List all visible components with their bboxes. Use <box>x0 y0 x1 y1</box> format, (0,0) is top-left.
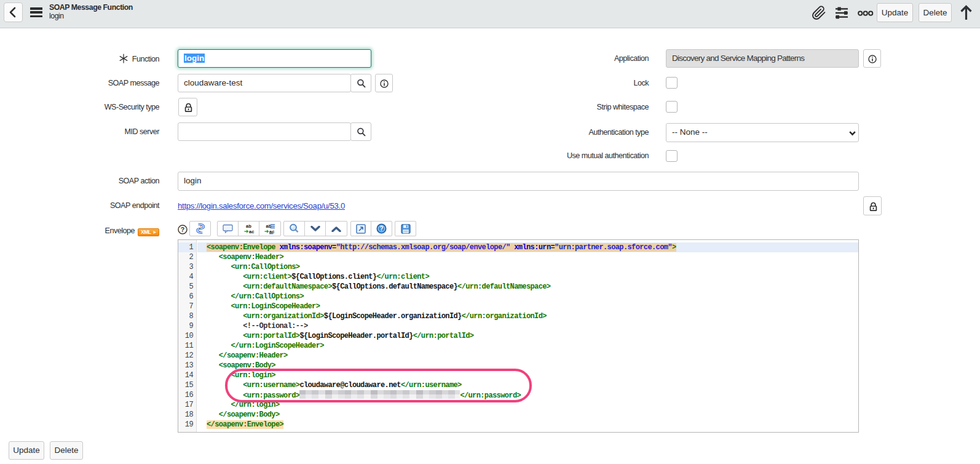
svg-text:?: ? <box>181 226 184 233</box>
svg-text:?: ? <box>379 225 383 232</box>
svg-text:ac: ac <box>249 228 254 234</box>
